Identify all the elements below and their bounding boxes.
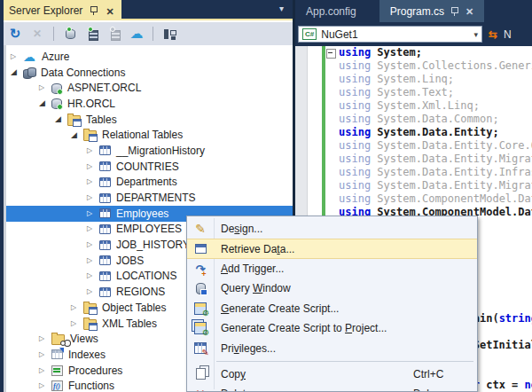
expand-arrow-icon[interactable] [39, 382, 51, 389]
table-icon [99, 287, 111, 297]
expand-arrow-icon[interactable] [87, 163, 99, 170]
chevron-down-icon[interactable] [473, 30, 478, 39]
expand-arrow-icon[interactable] [87, 257, 99, 264]
collapse-arrow-icon[interactable] [55, 115, 67, 123]
table-icon [99, 255, 111, 265]
expand-arrow-icon[interactable] [87, 225, 99, 232]
menu-item-retrieve-data[interactable]: Retrieve Data... [187, 239, 477, 258]
menu-item-label: Retrieve Data... [221, 243, 294, 255]
expand-arrow-icon[interactable] [71, 304, 83, 311]
tree-item-departments[interactable]: Departments [6, 175, 293, 191]
menu-item-generate-create-script-to-project[interactable]: Generate Create Script to Project... [187, 318, 477, 338]
design-pencil-icon [195, 221, 206, 237]
menu-item-label: Generate Create Script... [221, 302, 339, 315]
server-explorer-titlebar: Server Explorer [0, 0, 293, 20]
sql-server-object-explorer-button[interactable] [161, 26, 177, 42]
generate-create-script-to-project-icon [194, 322, 207, 334]
menu-item-label: Query Window [221, 282, 291, 294]
expand-arrow-icon[interactable] [39, 84, 51, 91]
menu-item-label: Design... [221, 223, 262, 235]
refresh-button[interactable] [7, 26, 23, 42]
code-line: using System.Linq; [339, 73, 532, 86]
window-position-chevron-icon[interactable] [279, 4, 284, 13]
tree-item-tables[interactable]: Tables [6, 112, 293, 128]
tree-item-relational-tables[interactable]: Relational Tables [6, 127, 293, 143]
menu-item-label: Add Trigger... [221, 263, 284, 275]
menu-item-query-window[interactable]: Query Window [187, 278, 477, 298]
copy-icon [196, 368, 206, 380]
expand-arrow-icon[interactable] [11, 53, 23, 60]
close-icon[interactable] [466, 5, 473, 18]
visual-studio-window: Server Explorer AzureData ConnectionsASP… [0, 0, 532, 392]
expand-arrow-icon[interactable] [87, 178, 99, 185]
connect-to-server-button[interactable] [84, 26, 100, 42]
stop-refresh-button [29, 26, 45, 42]
tree-item-label: Object Tables [102, 302, 167, 314]
types-dropdown[interactable]: C# NuGet1 [298, 26, 482, 43]
privileges-icon [194, 342, 207, 354]
pin-icon[interactable] [90, 5, 98, 15]
expand-arrow-icon[interactable] [87, 147, 99, 154]
procedures-icon [51, 365, 63, 376]
tables-folder-icon [83, 303, 97, 314]
menu-item-label: Privileges... [221, 342, 276, 355]
server-explorer-title: Server Explorer [9, 4, 82, 17]
code-line: using System; [339, 46, 532, 59]
collapse-arrow-icon[interactable] [11, 68, 23, 76]
collapse-region-icon[interactable] [326, 49, 336, 59]
tree-item-azure[interactable]: Azure [6, 49, 293, 65]
tree-item-label: __MigrationHistory [116, 145, 205, 157]
table-icon [99, 271, 111, 281]
server-explorer-tab[interactable]: Server Explorer [0, 0, 121, 20]
expand-arrow-icon[interactable] [39, 351, 51, 358]
tables-folder-icon [83, 130, 97, 141]
pin-icon[interactable] [450, 6, 459, 16]
menu-item-generate-create-script[interactable]: Generate Create Script... [187, 299, 477, 318]
table-icon [99, 161, 111, 171]
expand-arrow-icon[interactable] [39, 367, 51, 374]
tree-item-migrationhistory[interactable]: __MigrationHistory [6, 143, 293, 159]
editor-navigation-bar: C# NuGet1 N [295, 22, 532, 46]
expand-arrow-icon[interactable] [87, 194, 99, 201]
expand-arrow-icon[interactable] [87, 288, 99, 295]
views-folder-icon [51, 334, 65, 345]
members-dropdown-icon [489, 28, 497, 41]
sharepoint-add-icon [109, 27, 121, 40]
expand-arrow-icon[interactable] [87, 241, 99, 248]
menu-item-design[interactable]: Design... [187, 219, 477, 239]
tree-item-label: Data Connections [41, 67, 125, 79]
tree-item-label: Indexes [68, 349, 106, 361]
code-line: using System.Xml.Linq; [339, 99, 532, 113]
expand-arrow-icon[interactable] [87, 272, 99, 279]
connect-to-azure-button[interactable] [129, 26, 145, 42]
tree-item-label: Relational Tables [102, 129, 183, 141]
tree-item-label: Departments [116, 176, 177, 188]
tab-label: Program.cs [390, 5, 444, 18]
table-icon [99, 145, 111, 155]
toolbar-separator [53, 27, 54, 41]
code-line: using System.Data.Entity; [339, 126, 532, 139]
expand-arrow-icon[interactable] [39, 335, 51, 342]
code-line: using System.Data.Entity.Migrations; [339, 179, 532, 192]
menu-item-privileges[interactable]: Privileges... [187, 338, 477, 357]
menu-item-copy[interactable]: CopyCtrl+C [187, 365, 477, 384]
menu-item-delete[interactable]: DeleteDel [187, 384, 477, 392]
collapse-arrow-icon[interactable] [39, 99, 51, 107]
tree-item-aspnet-orcl[interactable]: ASPNET.ORCL [6, 80, 293, 96]
tab-program-cs[interactable]: Program.cs [379, 0, 485, 22]
retrieve-data-icon [195, 244, 207, 254]
tree-item-label: JOBS [116, 255, 144, 267]
tree-item-departments[interactable]: DEPARTMENTS [6, 190, 293, 206]
tree-item-data-connections[interactable]: Data Connections [6, 65, 293, 81]
expand-arrow-icon[interactable] [87, 210, 99, 217]
connect-to-database-button[interactable] [62, 26, 78, 42]
tree-item-countries[interactable]: COUNTRIES [6, 159, 293, 175]
expand-arrow-icon[interactable] [71, 320, 83, 327]
tree-item-label: COUNTRIES [116, 161, 179, 173]
collapse-arrow-icon[interactable] [71, 131, 83, 139]
query-window-icon [195, 283, 207, 294]
menu-item-add-trigger[interactable]: Add Trigger... [187, 259, 477, 278]
close-icon[interactable] [106, 3, 113, 19]
tree-item-hr-orcl[interactable]: HR.ORCL [6, 96, 293, 112]
tab-app-config[interactable]: App.config [295, 0, 367, 22]
